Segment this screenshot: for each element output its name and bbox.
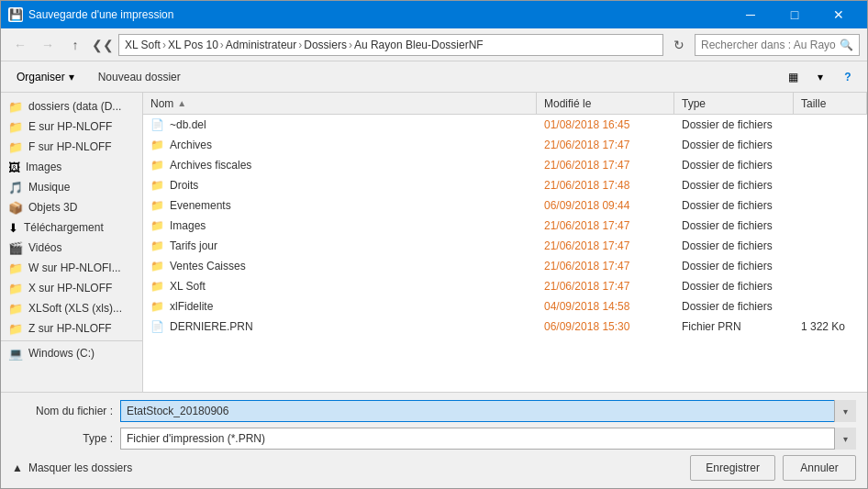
titlebar-controls: ─ □ ✕ bbox=[729, 1, 860, 28]
sidebar-item-e-hp[interactable]: 📁 E sur HP-NLOFF bbox=[1, 117, 142, 137]
sidebar-item-label: X sur HP-NLOFF bbox=[28, 282, 112, 295]
file-type: Dossier de fichiers bbox=[674, 300, 794, 313]
sidebar-item-windows-c[interactable]: 💻 Windows (C:) bbox=[1, 343, 142, 363]
organize-button[interactable]: Organiser ▾ bbox=[8, 65, 83, 89]
sidebar-item-dossiers-data[interactable]: 📁 dossiers (data (D... bbox=[1, 96, 142, 117]
file-date: 21/06/2018 17:47 bbox=[537, 260, 674, 272]
titlebar: 💾 Sauvegarde d'une impression ─ □ ✕ bbox=[1, 1, 867, 28]
sidebar-item-videos[interactable]: 🎬 Vidéos bbox=[1, 238, 142, 258]
new-folder-label: Nouveau dossier bbox=[98, 71, 181, 83]
up-button[interactable]: ↑ bbox=[63, 34, 87, 56]
minimize-button[interactable]: ─ bbox=[729, 1, 772, 28]
folder-icon: 📁 bbox=[150, 139, 164, 151]
file-date: 21/06/2018 17:48 bbox=[537, 179, 674, 192]
refresh-button[interactable]: ↻ bbox=[667, 34, 691, 56]
recent-locations-button[interactable]: ❮❮ bbox=[91, 34, 115, 56]
table-row[interactable]: 📁 Archives 21/06/2018 17:47 Dossier de f… bbox=[143, 135, 867, 155]
forward-button[interactable]: → bbox=[36, 34, 60, 56]
folder-icon: 📁 bbox=[8, 100, 23, 114]
sidebar-item-label: Z sur HP-NLOFF bbox=[28, 322, 112, 335]
back-button[interactable]: ← bbox=[8, 34, 32, 56]
sidebar-item-images[interactable]: 🖼 Images bbox=[1, 157, 142, 177]
view-mode-button[interactable]: ▦ bbox=[781, 65, 805, 89]
column-header-type[interactable]: Type bbox=[674, 93, 794, 114]
filetype-select[interactable]: Fichier d'impression (*.PRN) bbox=[120, 428, 856, 450]
cancel-button[interactable]: Annuler bbox=[783, 455, 856, 481]
action-row: ▲ Masquer les dossiers Enregistrer Annul… bbox=[12, 455, 856, 481]
folder-icon: 📁 bbox=[150, 280, 164, 293]
sidebar-item-f-hp[interactable]: 📁 F sur HP-NLOFF bbox=[1, 137, 142, 157]
table-row[interactable]: 📁 Ventes Caisses 21/06/2018 17:47 Dossie… bbox=[143, 256, 867, 276]
breadcrumb-part: Au Rayon Bleu-DossierNF bbox=[354, 39, 484, 51]
sidebar-item-label: F sur HP-NLOFF bbox=[28, 140, 112, 153]
search-box: 🔍 bbox=[695, 34, 860, 56]
maximize-button[interactable]: □ bbox=[773, 1, 816, 28]
table-row[interactable]: 📁 Images 21/06/2018 17:47 Dossier de fic… bbox=[143, 216, 867, 236]
search-input[interactable] bbox=[701, 39, 836, 51]
save-button[interactable]: Enregistrer bbox=[690, 455, 775, 481]
save-dialog: 💾 Sauvegarde d'une impression ─ □ ✕ ← → … bbox=[0, 0, 868, 489]
file-date: 21/06/2018 17:47 bbox=[537, 139, 674, 151]
file-type: Dossier de fichiers bbox=[674, 159, 794, 172]
help-button[interactable]: ? bbox=[836, 65, 860, 89]
file-name: Images bbox=[170, 219, 206, 232]
file-name: Evenements bbox=[170, 199, 231, 212]
view-dropdown-button[interactable]: ▾ bbox=[808, 65, 832, 89]
sidebar-item-w-hp[interactable]: 📁 W sur HP-NLOFI... bbox=[1, 258, 142, 278]
file-name: XL Soft bbox=[170, 280, 206, 293]
titlebar-icon: 💾 bbox=[8, 7, 23, 22]
file-type: Dossier de fichiers bbox=[674, 239, 794, 252]
breadcrumb[interactable]: XL Soft › XL Pos 10 › Administrateur › D… bbox=[118, 34, 663, 56]
filetype-label: Type : bbox=[12, 432, 113, 445]
sidebar-item-label: Téléchargement bbox=[24, 221, 104, 234]
column-header-name[interactable]: Nom ▲ bbox=[143, 93, 537, 114]
file-date: 01/08/2018 16:45 bbox=[537, 118, 674, 131]
filename-dropdown-button[interactable]: ▾ bbox=[834, 400, 856, 422]
file-name: Archives fiscales bbox=[170, 159, 251, 172]
hide-folders-button[interactable]: ▲ Masquer les dossiers bbox=[12, 461, 132, 474]
table-row[interactable]: 📁 XL Soft 21/06/2018 17:47 Dossier de fi… bbox=[143, 276, 867, 296]
sort-arrow-icon: ▲ bbox=[177, 98, 186, 108]
table-row[interactable]: 📁 xlFidelite 04/09/2018 14:58 Dossier de… bbox=[143, 296, 867, 317]
folder-icon: 📁 bbox=[150, 199, 164, 212]
sidebar-item-telechargement[interactable]: ⬇ Téléchargement bbox=[1, 217, 142, 238]
table-row[interactable]: 📁 Droits 21/06/2018 17:48 Dossier de fic… bbox=[143, 175, 867, 195]
filename-input[interactable] bbox=[120, 400, 856, 422]
sidebar-item-label: Images bbox=[26, 161, 61, 173]
sidebar-item-objets3d[interactable]: 📦 Objets 3D bbox=[1, 197, 142, 217]
table-row[interactable]: 📁 Evenements 06/09/2018 09:44 Dossier de… bbox=[143, 195, 867, 216]
file-date: 21/06/2018 17:47 bbox=[537, 159, 674, 172]
file-date: 21/06/2018 17:47 bbox=[537, 239, 674, 252]
breadcrumb-part: XL Pos 10 bbox=[168, 39, 218, 51]
sidebar-item-label: Musique bbox=[28, 181, 70, 194]
new-folder-button[interactable]: Nouveau dossier bbox=[90, 65, 189, 89]
table-row[interactable]: 📁 Archives fiscales 21/06/2018 17:47 Dos… bbox=[143, 155, 867, 175]
file-icon: 📄 bbox=[150, 320, 164, 333]
sidebar-item-z-hp[interactable]: 📁 Z sur HP-NLOFF bbox=[1, 318, 142, 339]
sidebar-item-x-hp[interactable]: 📁 X sur HP-NLOFF bbox=[1, 278, 142, 298]
close-button[interactable]: ✕ bbox=[818, 1, 860, 28]
file-list: 📄 ~db.del 01/08/2018 16:45 Dossier de fi… bbox=[143, 115, 867, 392]
sidebar: 📁 dossiers (data (D... 📁 E sur HP-NLOFF … bbox=[1, 93, 143, 392]
column-header-size[interactable]: Taille bbox=[794, 93, 867, 114]
table-row[interactable]: 📁 Tarifs jour 21/06/2018 17:47 Dossier d… bbox=[143, 236, 867, 256]
file-type: Dossier de fichiers bbox=[674, 179, 794, 192]
folder-icon: 📁 bbox=[150, 239, 164, 252]
folder-icon: 📁 bbox=[8, 120, 23, 134]
sidebar-item-label: W sur HP-NLOFI... bbox=[28, 261, 121, 274]
file-name: ~db.del bbox=[170, 118, 206, 131]
column-header-date[interactable]: Modifié le bbox=[537, 93, 674, 114]
bottom-area: Nom du fichier : ▾ Type : Fichier d'impr… bbox=[1, 392, 867, 488]
folder-icon: 📁 bbox=[8, 261, 23, 275]
sidebar-item-musique[interactable]: 🎵 Musique bbox=[1, 177, 142, 197]
folder-icon: 📁 bbox=[150, 159, 164, 172]
file-name: xlFidelite bbox=[170, 300, 213, 313]
file-type: Dossier de fichiers bbox=[674, 118, 794, 131]
drive-icon: 💻 bbox=[8, 347, 23, 361]
main-content: 📁 dossiers (data (D... 📁 E sur HP-NLOFF … bbox=[1, 93, 867, 392]
table-row[interactable]: 📄 DERNIERE.PRN 06/09/2018 15:30 Fichier … bbox=[143, 317, 867, 337]
breadcrumb-part: XL Soft bbox=[125, 39, 161, 51]
sidebar-item-xlsoft[interactable]: 📁 XLSoft (XLS (xls)... bbox=[1, 298, 142, 318]
table-row[interactable]: 📄 ~db.del 01/08/2018 16:45 Dossier de fi… bbox=[143, 115, 867, 135]
file-list-header: Nom ▲ Modifié le Type Taille bbox=[143, 93, 867, 115]
